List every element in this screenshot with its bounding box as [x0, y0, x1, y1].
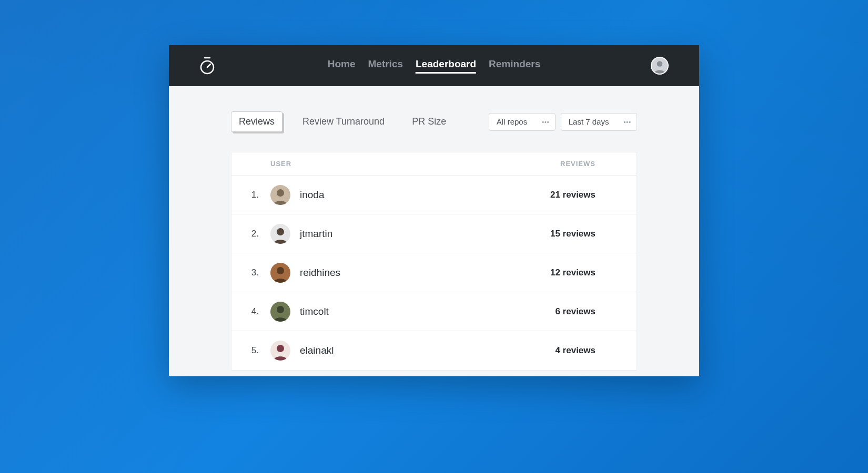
cell-rank: 3. — [231, 268, 270, 278]
metric-tabs: Reviews Review Turnaround PR Size — [231, 111, 453, 132]
svg-point-10 — [277, 267, 284, 274]
table-body: 1.inoda21 reviews2.jtmartin15 reviews3.r… — [231, 176, 637, 370]
table-row[interactable]: 2.jtmartin15 reviews — [231, 214, 637, 253]
cell-rank: 4. — [231, 306, 270, 317]
nav-leaderboard[interactable]: Leaderboard — [416, 58, 476, 74]
cell-reviews: 21 reviews — [531, 190, 637, 200]
table-row[interactable]: 4.timcolt6 reviews — [231, 292, 637, 331]
cell-rank: 2. — [231, 229, 270, 239]
main-nav: Home Metrics Leaderboard Reminders — [328, 58, 541, 74]
repo-filter-label: All repos — [497, 117, 527, 126]
nav-home[interactable]: Home — [328, 58, 356, 74]
user-name: reidhines — [300, 267, 340, 279]
cell-rank: 5. — [231, 345, 270, 356]
cell-reviews: 15 reviews — [531, 229, 637, 239]
nav-reminders[interactable]: Reminders — [489, 58, 540, 74]
cell-reviews: 6 reviews — [531, 306, 637, 317]
stopwatch-icon — [199, 57, 215, 75]
user-avatar-icon — [270, 185, 290, 205]
svg-point-12 — [277, 306, 284, 313]
cell-user: jtmartin — [270, 224, 531, 244]
cell-user: inoda — [270, 185, 531, 205]
table-row[interactable]: 1.inoda21 reviews — [231, 176, 637, 214]
svg-point-14 — [277, 345, 284, 352]
user-name: inoda — [300, 189, 325, 201]
nav-metrics[interactable]: Metrics — [368, 58, 403, 74]
cell-reviews: 12 reviews — [531, 268, 637, 278]
table-row[interactable]: 3.reidhines12 reviews — [231, 253, 637, 292]
app-header: Home Metrics Leaderboard Reminders — [169, 45, 699, 86]
tab-review-turnaround[interactable]: Review Turnaround — [295, 112, 392, 131]
cell-user: reidhines — [270, 263, 531, 283]
svg-line-2 — [207, 64, 210, 67]
user-avatar-icon — [270, 224, 290, 244]
tab-pr-size[interactable]: PR Size — [405, 112, 453, 131]
cell-rank: 1. — [231, 190, 270, 200]
svg-point-8 — [277, 228, 284, 235]
date-range-label: Last 7 days — [569, 117, 609, 126]
date-range-filter[interactable]: Last 7 days ••• — [561, 113, 637, 131]
user-name: elainakl — [300, 345, 334, 356]
ellipsis-icon: ••• — [623, 119, 631, 125]
table-row[interactable]: 5.elainakl4 reviews — [231, 331, 637, 370]
cell-user: timcolt — [270, 302, 531, 322]
tab-reviews[interactable]: Reviews — [231, 111, 282, 132]
user-avatar-icon — [270, 341, 290, 361]
filter-group: All repos ••• Last 7 days ••• — [489, 113, 637, 131]
svg-point-6 — [277, 189, 284, 197]
col-user-header: USER — [270, 160, 531, 168]
svg-point-4 — [657, 61, 663, 67]
user-name: timcolt — [300, 306, 329, 317]
leaderboard-table: USER REVIEWS 1.inoda21 reviews2.jtmartin… — [231, 152, 637, 371]
col-reviews-header: REVIEWS — [531, 160, 637, 168]
user-avatar-icon — [270, 302, 290, 322]
app-logo[interactable] — [199, 57, 215, 75]
repo-filter[interactable]: All repos ••• — [489, 113, 556, 131]
cell-user: elainakl — [270, 341, 531, 361]
controls-bar: Reviews Review Turnaround PR Size All re… — [169, 86, 699, 132]
user-avatar-icon — [651, 57, 669, 75]
ellipsis-icon: ••• — [542, 119, 550, 125]
user-name: jtmartin — [300, 228, 332, 240]
cell-reviews: 4 reviews — [531, 345, 637, 356]
app-window: Home Metrics Leaderboard Reminders Revie… — [169, 45, 699, 376]
user-avatar-icon — [270, 263, 290, 283]
table-header: USER REVIEWS — [231, 152, 637, 176]
profile-menu[interactable] — [651, 57, 669, 75]
